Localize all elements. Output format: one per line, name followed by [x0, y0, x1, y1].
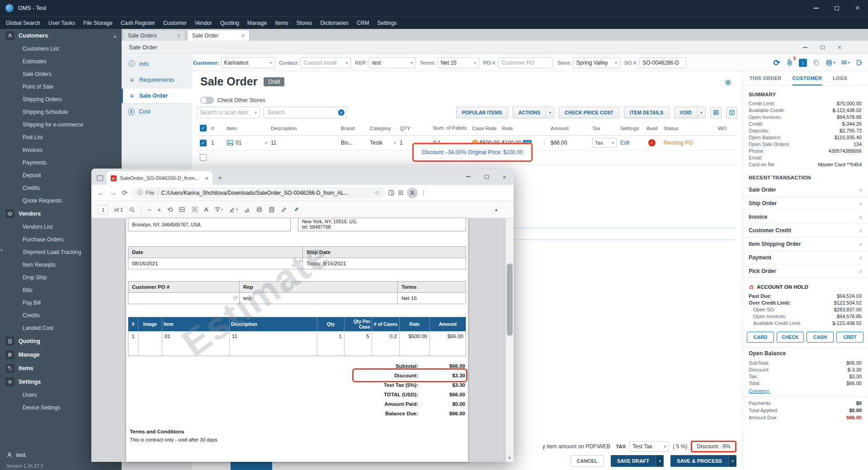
customer-select[interactable]: Karinatest ▾ [221, 57, 275, 68]
email-icon[interactable]: ✉ ▾ [841, 59, 850, 66]
snapshot-icon[interactable] [191, 206, 198, 213]
save-icon[interactable] [269, 207, 275, 213]
new-tab-button[interactable]: + [218, 174, 222, 181]
sidebar-item[interactable]: Shipping Orders [0, 93, 122, 106]
signature-icon[interactable] [281, 207, 287, 213]
order-tax-select[interactable]: Test Tax ▾ [629, 441, 669, 452]
sidebar-item[interactable]: Sale Orders [0, 68, 122, 80]
payment-method-button[interactable]: CASH [807, 332, 834, 343]
search-icon[interactable] [129, 207, 135, 213]
menu-item[interactable]: Cash Register [117, 20, 159, 26]
chevron-down-icon[interactable]: ▾ [728, 455, 736, 467]
restore-button[interactable] [814, 41, 831, 54]
download-icon[interactable]: ↓ [799, 59, 807, 67]
highlight-icon[interactable]: ▾ [229, 207, 238, 213]
sidebar-item[interactable]: Shipping for e-commerce [0, 118, 122, 131]
fit-width-icon[interactable] [179, 206, 185, 213]
sidebar-item[interactable]: Invoices [0, 144, 122, 156]
row-checkbox[interactable] [200, 154, 207, 161]
pdf-scrollbar[interactable]: ▼ [506, 218, 514, 462]
sidebar-item[interactable]: Payments [0, 156, 122, 169]
bookmark-star-icon[interactable]: ☆ [374, 189, 380, 196]
tab-sale-orders[interactable]: Sale Orders × [123, 30, 185, 41]
po-input[interactable]: Customer PO [498, 57, 553, 68]
close-button[interactable]: × [847, 0, 868, 16]
omnibox[interactable]: ⓘ File | C:/Users/Karina_Shchitova/Downl… [132, 187, 385, 199]
payment-method-button[interactable]: CHECK [777, 332, 804, 343]
forward-icon[interactable]: → [108, 189, 118, 197]
payment-method-button[interactable]: CARD [747, 332, 774, 343]
so-number-input[interactable]: SO-0046266-D [639, 57, 686, 68]
sidebar-item[interactable]: Customers List [0, 42, 122, 55]
menu-item[interactable]: Settings [373, 20, 401, 26]
select-all-checkbox[interactable]: ✓ [200, 125, 207, 132]
nav-tab-info[interactable]: ⓘ Info [122, 57, 192, 71]
tab-this-order[interactable]: THIS ORDER [750, 71, 782, 85]
close-tab-icon[interactable]: × [169, 33, 180, 39]
reading-list-icon[interactable] [388, 189, 395, 196]
check-other-stores-toggle[interactable]: Check Other Stores [200, 97, 265, 104]
menu-item[interactable]: Items [271, 20, 292, 26]
rep-select[interactable]: test ▾ [369, 57, 416, 68]
grid-view-icon[interactable] [710, 107, 722, 118]
menu-item[interactable]: CRM [353, 20, 373, 26]
avatar[interactable] [407, 188, 418, 198]
item-cell[interactable]: 01 ▾ [225, 139, 269, 146]
recent-transaction-item[interactable]: Invoice › [742, 210, 868, 224]
minimize-button[interactable] [797, 41, 814, 54]
sidebar-item[interactable]: Estimates [0, 55, 122, 68]
sidebar-collapse-icon[interactable]: ‹ [0, 246, 2, 253]
browser-menu-icon[interactable]: ⋮ [420, 189, 426, 196]
print-icon[interactable]: ▾ [826, 59, 835, 66]
scroll-down-icon[interactable]: ▼ [506, 454, 514, 462]
row-checkbox[interactable]: ✓ [200, 140, 207, 146]
search-input[interactable] [264, 107, 347, 118]
recent-transaction-item[interactable]: Pick Order › [742, 264, 868, 278]
pin-icon[interactable] [293, 206, 300, 213]
recent-transaction-item[interactable]: Sale Order › [742, 183, 868, 197]
minimize-button[interactable] [806, 0, 826, 16]
menu-item[interactable]: Vendor [191, 20, 216, 26]
reload-icon[interactable]: ⟳ [120, 189, 129, 197]
expand-table-icon[interactable] [726, 107, 737, 118]
check-price-cost-button[interactable]: CHECK PRICE COST [559, 107, 619, 118]
recent-transaction-item[interactable]: Ship Order › [742, 197, 868, 210]
save-draft-button[interactable]: SAVE DRAFT [611, 455, 656, 467]
collapse-toolbar-icon[interactable]: ▲ [494, 207, 498, 212]
store-select[interactable]: Spring Valley ▾ [573, 57, 620, 68]
toggle-switch[interactable] [200, 97, 214, 104]
menu-item[interactable]: File Storage [79, 20, 117, 26]
page-number-input[interactable] [98, 205, 108, 214]
menu-item[interactable]: Stores [292, 20, 316, 26]
contact-select[interactable]: Contact email ▾ [300, 57, 351, 68]
chevron-down-icon[interactable]: ▾ [698, 107, 706, 118]
nav-tab-requirements[interactable]: ≡ Requirements [122, 73, 192, 87]
nav-tab-sale-order[interactable]: ≡ Sale Order [122, 89, 192, 103]
tax-select[interactable]: Tax▾ [592, 138, 617, 148]
menu-item[interactable]: Global Search [2, 20, 44, 26]
save-process-button[interactable]: SAVE & PROCESS [670, 455, 728, 467]
cancel-button[interactable]: CANCEL [571, 455, 604, 467]
extensions-icon[interactable] [397, 189, 404, 196]
back-icon[interactable]: ← [97, 189, 106, 197]
sidebar-item[interactable]: Shipping Schedule [0, 106, 122, 118]
chevron-down-icon[interactable]: ▾ [546, 107, 554, 118]
close-tab-icon[interactable]: × [233, 33, 245, 39]
item-details-button[interactable]: ITEM DETAILS [624, 107, 670, 118]
close-tab-icon[interactable]: × [205, 175, 208, 182]
menu-item[interactable]: User Tasks [44, 20, 79, 26]
recent-transaction-item[interactable]: Customer Credit › [742, 224, 868, 237]
refresh-icon[interactable]: ⟳ [773, 59, 780, 67]
edit-link[interactable]: Edit [620, 140, 630, 146]
sidebar-section-customers[interactable]: Customers ▴ [0, 29, 122, 42]
scrollbar-thumb[interactable] [507, 263, 513, 336]
recent-transaction-item[interactable]: Item Shipping Order › [742, 237, 868, 251]
category-cell[interactable]: Testk ▾ [368, 140, 398, 146]
popular-items-button[interactable]: POPULAR ITEMS [456, 107, 508, 118]
tab-sale-order[interactable]: Sale Order × [187, 30, 250, 41]
currency-link[interactable]: Currency: [749, 388, 862, 394]
tab-logs[interactable]: LOGS [833, 71, 847, 85]
attachments-icon[interactable]: 0 [786, 59, 793, 66]
settings-gear-icon[interactable] [724, 79, 732, 86]
minimize-button[interactable] [459, 169, 477, 185]
